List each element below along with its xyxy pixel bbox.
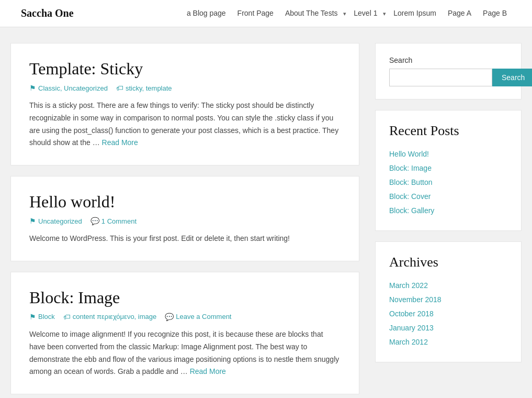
recent-post-link[interactable]: Block: Image <box>389 164 432 172</box>
nav-item[interactable]: Lorem Ipsum <box>389 7 440 19</box>
tag-icon: 🏷 <box>63 313 71 321</box>
post-excerpt: Welcome to WordPress. This is your first… <box>29 233 341 245</box>
category-link[interactable]: Classic, Uncategorized <box>38 84 108 92</box>
category-icon: ⚑ <box>29 313 36 321</box>
nav-menu: a Blog pageFront PageAbout The TestsLeve… <box>183 9 511 18</box>
comment-icon: 💬 <box>90 217 99 225</box>
archive-item: January 2013 <box>389 321 507 335</box>
post-comments: 💬 Leave a Comment <box>165 313 231 321</box>
post-card: Hello world! ⚑ Uncategorized💬 1 Comment … <box>10 176 359 261</box>
nav-item[interactable]: Level 1 <box>349 7 381 19</box>
recent-posts-list: Hello World!Block: ImageBlock: ButtonBlo… <box>389 147 507 218</box>
category-link[interactable]: Block <box>38 313 55 320</box>
post-meta: ⚑ Classic, Uncategorized🏷 sticky, templa… <box>29 84 341 92</box>
post-comments: 💬 1 Comment <box>90 217 137 225</box>
post-meta: ⚑ Block🏷 content περιεχόμενο, image💬 Lea… <box>29 313 341 321</box>
post-meta: ⚑ Uncategorized💬 1 Comment <box>29 217 341 225</box>
post-tags: 🏷 sticky, template <box>116 84 172 92</box>
archive-link[interactable]: October 2018 <box>389 309 434 318</box>
read-more-link[interactable]: Read More <box>190 367 226 375</box>
search-button[interactable]: Search <box>492 69 532 86</box>
nav-item[interactable]: Page A <box>444 7 476 19</box>
comments-link[interactable]: 1 Comment <box>101 217 137 225</box>
tag-icon: 🏷 <box>116 84 123 92</box>
recent-post-link[interactable]: Block: Cover <box>389 192 431 201</box>
nav-item[interactable]: About The Tests <box>281 7 342 19</box>
archive-link[interactable]: March 2022 <box>389 281 428 290</box>
archive-link[interactable]: March 2012 <box>389 338 428 346</box>
category-link[interactable]: Uncategorized <box>38 217 82 225</box>
site-header: Saccha One a Blog pageFront PageAbout Th… <box>0 0 532 27</box>
archive-item: March 2012 <box>389 335 507 349</box>
category-icon: ⚑ <box>29 84 36 92</box>
recent-post-item: Block: Gallery <box>389 204 507 218</box>
post-tags: 🏷 content περιεχόμενο, image <box>63 313 156 321</box>
recent-posts-title: Recent Posts <box>389 123 507 139</box>
archive-item: October 2018 <box>389 307 507 321</box>
recent-post-link[interactable]: Block: Gallery <box>389 206 434 215</box>
post-category: ⚑ Classic, Uncategorized <box>29 84 108 92</box>
nav-item[interactable]: Page B <box>479 7 511 19</box>
main-content: Template: Sticky ⚑ Classic, Uncategorize… <box>10 43 359 394</box>
post-card: Block: Image ⚑ Block🏷 content περιεχόμεν… <box>10 272 359 394</box>
site-title: Saccha One <box>21 7 74 19</box>
archive-item: November 2018 <box>389 293 507 307</box>
post-excerpt: This is a sticky post. There are a few t… <box>29 100 341 149</box>
read-more-link[interactable]: Read More <box>102 138 138 147</box>
archive-link[interactable]: January 2013 <box>389 324 434 332</box>
tags-link[interactable]: sticky, template <box>126 84 172 92</box>
post-title: Template: Sticky <box>29 59 341 79</box>
nav-item[interactable]: a Blog page <box>183 7 230 19</box>
main-nav: a Blog pageFront PageAbout The TestsLeve… <box>183 9 511 18</box>
comment-icon: 💬 <box>165 313 174 321</box>
post-category: ⚑ Uncategorized <box>29 217 82 225</box>
comments-link[interactable]: Leave a Comment <box>176 313 231 320</box>
category-icon: ⚑ <box>29 217 36 225</box>
tags-link[interactable]: content περιεχόμενο, image <box>73 313 156 320</box>
post-card: Template: Sticky ⚑ Classic, Uncategorize… <box>10 43 359 165</box>
search-widget: Search Search <box>375 43 522 100</box>
search-label: Search <box>389 56 507 64</box>
recent-post-link[interactable]: Hello World! <box>389 150 429 158</box>
site-content: Template: Sticky ⚑ Classic, Uncategorize… <box>0 27 532 398</box>
archives-widget: Archives March 2022November 2018October … <box>375 241 522 362</box>
post-excerpt: Welcome to image alignment! If you recog… <box>29 328 341 378</box>
archives-title: Archives <box>389 255 507 270</box>
nav-item[interactable]: Front Page <box>233 7 278 19</box>
search-input[interactable] <box>389 69 492 86</box>
recent-post-link[interactable]: Block: Button <box>389 178 433 186</box>
recent-post-item: Hello World! <box>389 147 507 161</box>
post-title: Hello world! <box>29 192 341 212</box>
post-category: ⚑ Block <box>29 313 55 321</box>
archive-link[interactable]: November 2018 <box>389 295 442 304</box>
recent-posts-widget: Recent Posts Hello World!Block: ImageBlo… <box>375 110 522 231</box>
recent-post-item: Block: Cover <box>389 190 507 204</box>
recent-post-item: Block: Button <box>389 175 507 190</box>
sidebar: Search Search Recent Posts Hello World!B… <box>375 43 522 394</box>
search-box: Search <box>389 69 507 86</box>
archives-list: March 2022November 2018October 2018Janua… <box>389 279 507 349</box>
post-title: Block: Image <box>29 288 341 307</box>
archive-item: March 2022 <box>389 279 507 293</box>
recent-post-item: Block: Image <box>389 161 507 175</box>
